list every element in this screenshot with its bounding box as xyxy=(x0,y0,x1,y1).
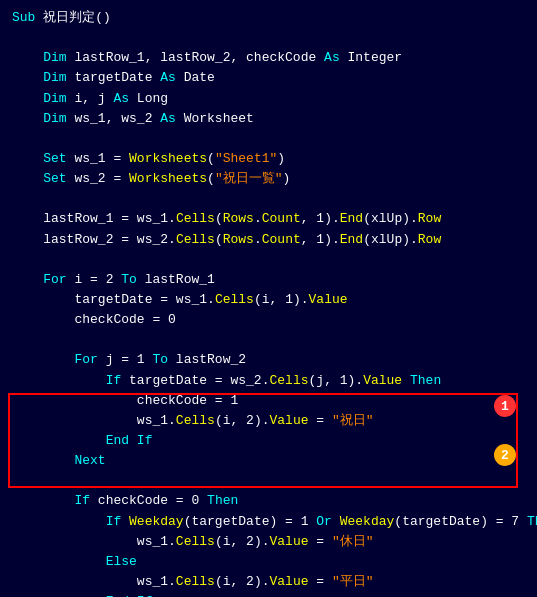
code-line-22: End If xyxy=(12,431,525,451)
code-line-blank3 xyxy=(12,189,525,209)
code-line-3: Dim lastRow_1, lastRow_2, checkCode As I… xyxy=(12,48,525,68)
code-line-1: Sub 祝日判定() xyxy=(12,8,525,28)
code-line-27: ws_1.Cells(i, 2).Value = "休日" xyxy=(12,532,525,552)
code-line-28: Else xyxy=(12,552,525,572)
code-line-4: Dim targetDate As Date xyxy=(12,68,525,88)
code-line-25: If checkCode = 0 Then xyxy=(12,491,525,511)
code-line-29: ws_1.Cells(i, 2).Value = "平日" xyxy=(12,572,525,592)
code-line-blank2 xyxy=(12,129,525,149)
code-line-blank6 xyxy=(12,471,525,491)
code-line-5: Dim i, j As Long xyxy=(12,89,525,109)
code-line-20: checkCode = 1 xyxy=(12,391,525,411)
code-line-11: lastRow_1 = ws_1.Cells(Rows.Count, 1).En… xyxy=(12,209,525,229)
code-line-16: checkCode = 0 xyxy=(12,310,525,330)
code-line-blank1 xyxy=(12,28,525,48)
code-line-26: If Weekday(targetDate) = 1 Or Weekday(ta… xyxy=(12,512,525,532)
code-line-21: ws_1.Cells(i, 2).Value = "祝日" xyxy=(12,411,525,431)
code-line-23: Next xyxy=(12,451,525,471)
code-line-12: lastRow_2 = ws_2.Cells(Rows.Count, 1).En… xyxy=(12,230,525,250)
code-line-8: Set ws_1 = Worksheets("Sheet1") xyxy=(12,149,525,169)
code-line-blank5 xyxy=(12,330,525,350)
code-line-19: If targetDate = ws_2.Cells(j, 1).Value T… xyxy=(12,371,525,391)
code-line-18: For j = 1 To lastRow_2 xyxy=(12,350,525,370)
code-line-9: Set ws_2 = Worksheets("祝日一覧") xyxy=(12,169,525,189)
code-editor: Sub 祝日判定() Dim lastRow_1, lastRow_2, che… xyxy=(0,0,537,597)
code-line-6: Dim ws_1, ws_2 As Worksheet xyxy=(12,109,525,129)
code-line-15: targetDate = ws_1.Cells(i, 1).Value xyxy=(12,290,525,310)
badge-2: 2 xyxy=(494,444,516,466)
code-line-blank4 xyxy=(12,250,525,270)
code-line-14: For i = 2 To lastRow_1 xyxy=(12,270,525,290)
code-line-30: End If xyxy=(12,592,525,597)
badge-1: 1 xyxy=(494,395,516,417)
